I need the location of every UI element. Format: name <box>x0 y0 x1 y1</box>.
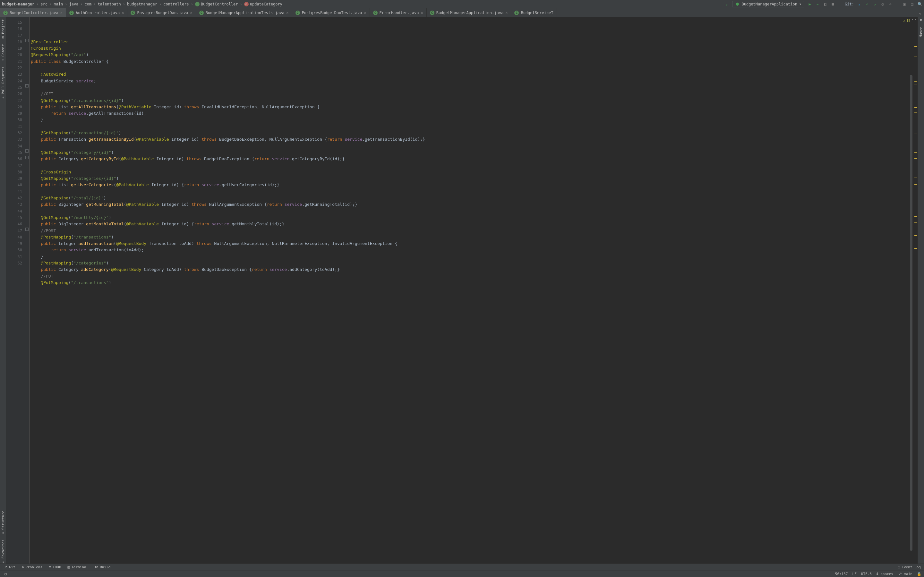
terminal-tool[interactable]: ▥Terminal <box>65 565 92 569</box>
close-tab-icon[interactable]: × <box>121 11 124 15</box>
right-tool-rail: m Maven <box>918 17 924 564</box>
class-icon: C <box>199 11 204 15</box>
tab-file[interactable]: CAuthController.java× <box>66 8 128 17</box>
maven-logo-icon[interactable]: m <box>919 19 923 21</box>
tab-file[interactable]: CBudgetManagerApplication.java× <box>427 8 511 17</box>
code-area[interactable]: @RestController@CrossOrigin@RequestMappi… <box>29 17 909 564</box>
warning-icon: ⚠ <box>903 19 905 23</box>
structure-icon: ≣ <box>2 531 4 534</box>
class-icon: C <box>430 11 435 15</box>
bottom-tool-bar: ⎇Git ⊘Problems ≡TODO ▥Terminal 🛠Build ◌E… <box>0 564 924 571</box>
tabs-overflow-icon[interactable]: ⌄ <box>917 11 924 15</box>
status-bar: ▢ 56:137 LF UTF-8 4 spaces ⎇ main 🔒 <box>0 571 924 577</box>
branch-icon: ⎇ <box>898 572 902 576</box>
stop-icon[interactable]: ■ <box>830 2 835 6</box>
line-number-gutter: 1516171819202122232425262728293031323334… <box>6 17 25 564</box>
crumb[interactable]: java <box>69 2 78 6</box>
open-in-icon[interactable]: ▣ <box>902 2 907 6</box>
indent-setting[interactable]: 4 spaces <box>876 572 893 576</box>
line-separator[interactable]: LF <box>853 572 857 576</box>
hammer-icon: 🛠 <box>95 565 98 569</box>
spring-icon: ⬢ <box>735 2 740 6</box>
commit-icon: ◌ <box>2 58 4 61</box>
favorites-tool[interactable]: ★Favorites <box>1 540 5 564</box>
run-icon[interactable]: ▶ <box>808 2 812 6</box>
scrollbar-thumb[interactable] <box>910 75 913 551</box>
debug-icon[interactable]: ⌁ <box>815 2 820 6</box>
tab-file[interactable]: CPostgresBudgetDaoTest.java× <box>292 8 370 17</box>
crumb-class[interactable]: BudgetController <box>201 2 238 6</box>
crumb[interactable]: budget-manager <box>2 2 34 6</box>
class-icon: C <box>514 11 519 15</box>
next-highlight-icon[interactable]: ˅ <box>915 19 917 23</box>
caret-position[interactable]: 56:137 <box>835 572 848 576</box>
lock-icon[interactable]: 🔒 <box>917 572 921 576</box>
inspection-summary[interactable]: ⚠15 ˄˅ <box>903 19 917 23</box>
crumb-method[interactable]: updateCategory <box>250 2 282 6</box>
crumb[interactable]: controllers <box>163 2 189 6</box>
git-commit-icon[interactable]: ✓ <box>865 2 869 6</box>
prev-highlight-icon[interactable]: ˄ <box>911 19 913 23</box>
editor[interactable]: 1516171819202122232425262728293031323334… <box>6 17 918 564</box>
class-icon: C <box>69 11 74 15</box>
structure-tool[interactable]: ≣Structure <box>1 511 5 535</box>
close-tab-icon[interactable]: × <box>364 11 366 15</box>
crumb[interactable]: com <box>85 2 92 6</box>
close-tab-icon[interactable]: × <box>190 11 192 15</box>
class-icon: C <box>131 11 135 15</box>
revert-icon[interactable]: ↶ <box>888 2 893 6</box>
close-tab-icon[interactable]: × <box>60 11 63 15</box>
warning-icon: ⊘ <box>22 565 24 569</box>
history-icon[interactable]: ◷ <box>880 2 885 6</box>
run-config-selector[interactable]: ⬢ BudgetManagerApplication ▾ <box>732 1 804 7</box>
close-tab-icon[interactable]: × <box>286 11 288 15</box>
tab-file[interactable]: CBudgetController.java× <box>0 8 66 17</box>
ide-update-icon[interactable]: ◫ <box>910 2 914 6</box>
commit-tool[interactable]: ◌Commit <box>1 44 5 61</box>
pr-icon: ⇉ <box>2 95 4 99</box>
crumb[interactable]: src <box>40 2 47 6</box>
class-icon: C <box>195 2 200 6</box>
fold-gutter[interactable]: −−−−− <box>25 17 29 564</box>
class-icon: C <box>373 11 378 15</box>
search-everywhere-icon[interactable]: 🔍 <box>918 2 922 6</box>
build-tool[interactable]: 🛠Build <box>91 565 113 569</box>
breadcrumb[interactable]: budget-manager› src› main› java› com› ta… <box>2 2 282 6</box>
pull-requests-tool[interactable]: ⇉Pull Requests <box>1 67 5 99</box>
branch-icon: ⎇ <box>3 565 7 569</box>
tab-file[interactable]: CPostgresBudgetDao.java× <box>128 8 196 17</box>
dropdown-icon: ▾ <box>799 2 801 6</box>
problems-tool[interactable]: ⊘Problems <box>19 565 46 569</box>
navigation-bar: budget-manager› src› main› java› com› ta… <box>0 0 924 8</box>
git-pull-icon[interactable]: ↙ <box>857 2 862 6</box>
git-label: Git: <box>845 2 854 6</box>
maven-tool[interactable]: Maven <box>919 27 923 37</box>
run-coverage-icon[interactable]: ◧ <box>823 2 827 6</box>
event-log-tool[interactable]: ◌Event Log <box>895 565 924 569</box>
vertical-scrollbar[interactable] <box>909 17 913 564</box>
close-tab-icon[interactable]: × <box>421 11 423 15</box>
crumb[interactable]: talentpath <box>98 2 121 6</box>
bubble-icon: ◌ <box>898 565 900 569</box>
crumb[interactable]: main <box>53 2 63 6</box>
star-icon: ★ <box>2 560 4 564</box>
vcs-update-icon[interactable]: ↙ <box>724 2 729 6</box>
editor-tabs: CBudgetController.java× CAuthController.… <box>0 8 924 17</box>
todo-tool[interactable]: ≡TODO <box>45 565 64 569</box>
project-tool[interactable]: ▤Project <box>1 19 5 39</box>
list-icon: ≡ <box>49 565 51 569</box>
tab-file[interactable]: CBudgetManagerApplicationTests.java× <box>196 8 292 17</box>
run-config-name: BudgetManagerApplication <box>741 2 797 6</box>
crumb[interactable]: budgetmanager <box>127 2 157 6</box>
tab-file[interactable]: CErrorHandler.java× <box>370 8 427 17</box>
tool-window-toggle-icon[interactable]: ▢ <box>3 571 9 577</box>
class-icon: C <box>296 11 300 15</box>
close-tab-icon[interactable]: × <box>505 11 507 15</box>
folder-icon: ▤ <box>2 35 4 39</box>
inspection-stripe[interactable]: ⚠15 ˄˅ <box>913 17 918 564</box>
git-branch[interactable]: ⎇ main <box>898 572 913 576</box>
file-encoding[interactable]: UTF-8 <box>861 572 872 576</box>
tab-file[interactable]: CBudgetServiceT <box>511 8 557 17</box>
git-tool[interactable]: ⎇Git <box>0 565 19 569</box>
git-push-icon[interactable]: ↗ <box>873 2 877 6</box>
